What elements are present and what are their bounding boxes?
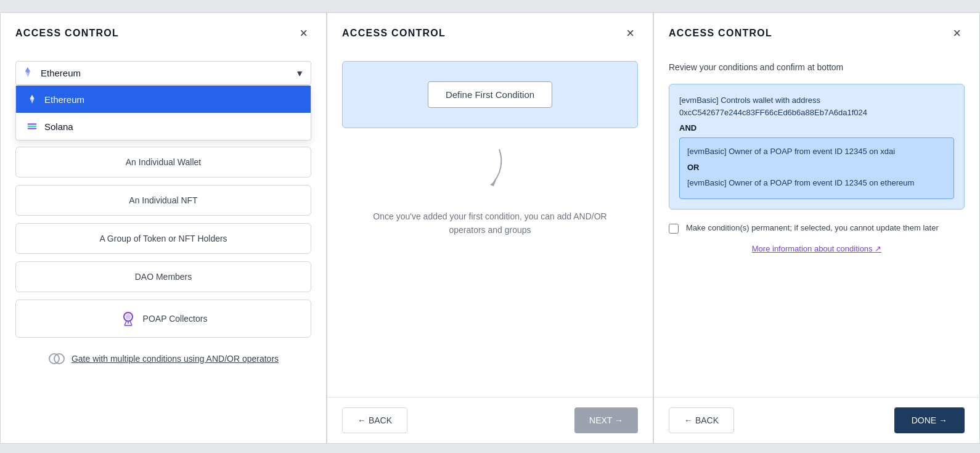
sub-condition-1: [evmBasic] Owner of a POAP from event ID…	[687, 145, 946, 158]
panel-1-header: ACCESS CONTROL ×	[1, 13, 326, 51]
sub-condition-2: [evmBasic] Owner of a POAP from event ID…	[687, 177, 946, 189]
menu-item-group-token-nft[interactable]: A Group of Token or NFT Holders	[15, 223, 311, 254]
define-first-condition-button[interactable]: Define First Condition	[428, 81, 552, 108]
solana-option-label: Solana	[44, 121, 73, 132]
individual-wallet-label: An Individual Wallet	[126, 157, 201, 167]
panel-2-close-button[interactable]: ×	[623, 25, 638, 41]
andor-link[interactable]: Gate with multiple conditions using AND/…	[71, 354, 279, 364]
external-link-icon: ↗	[875, 244, 881, 253]
dao-members-label: DAO Members	[135, 272, 192, 282]
panel-1-title: ACCESS CONTROL	[15, 28, 119, 39]
panel-3-header: ACCESS CONTROL ×	[654, 13, 979, 51]
svg-point-11	[126, 314, 131, 319]
sub-conditions-box: [evmBasic] Owner of a POAP from event ID…	[679, 137, 954, 199]
panel-3-footer: ← BACK DONE →	[654, 397, 979, 443]
blockchain-dropdown-wrapper: Ethereum Solana ▼ Ethereu	[15, 61, 311, 85]
individual-nft-label: An Individual NFT	[129, 195, 197, 205]
hint-text: Once you've added your first condition, …	[342, 210, 638, 237]
more-info-link-container: More information about conditions ↗	[669, 244, 965, 253]
panel-3-title: ACCESS CONTROL	[669, 28, 772, 39]
menu-item-individual-wallet[interactable]: An Individual Wallet	[15, 147, 311, 178]
blockchain-select[interactable]: Ethereum Solana	[15, 61, 311, 85]
dropdown-option-solana[interactable]: Solana	[16, 113, 311, 140]
permanent-condition-row: Make condition(s) permanent; if selected…	[669, 222, 965, 234]
review-subtitle: Review your conditions and confirm at bo…	[669, 61, 965, 74]
blockchain-dropdown-menu: Ethereum Solana	[15, 85, 311, 141]
dropdown-option-ethereum[interactable]: Ethereum	[16, 86, 311, 113]
more-info-link[interactable]: More information about conditions ↗	[752, 244, 881, 253]
poap-icon	[120, 310, 137, 327]
venn-icon	[48, 353, 65, 365]
svg-line-12	[125, 321, 126, 325]
conditions-review-box: [evmBasic] Controls wallet with address …	[669, 84, 965, 210]
panel-1-body: Ethereum Solana ▼ Ethereu	[1, 51, 326, 443]
panel-1-close-button[interactable]: ×	[296, 25, 311, 41]
arrow-hint	[342, 143, 638, 195]
and-operator-label: AND	[679, 123, 954, 133]
menu-item-individual-nft[interactable]: An Individual NFT	[15, 185, 311, 216]
poap-collectors-label: POAP Collectors	[143, 314, 208, 324]
panel-3-done-button[interactable]: DONE →	[894, 407, 965, 433]
panel-2-body: Define First Condition Once you've added…	[327, 51, 653, 397]
panel-2-header: ACCESS CONTROL ×	[327, 13, 653, 51]
panel-3: ACCESS CONTROL × Review your conditions …	[653, 12, 980, 444]
svg-marker-18	[490, 180, 496, 186]
ethereum-option-icon	[26, 93, 38, 105]
solana-option-icon	[26, 120, 38, 133]
define-condition-area: Define First Condition	[342, 61, 638, 128]
condition-type-list: An Individual Wallet An Individual NFT A…	[15, 147, 311, 338]
panel-2: ACCESS CONTROL × Define First Condition …	[327, 12, 653, 444]
permanent-text: Make condition(s) permanent; if selected…	[686, 222, 939, 234]
permanent-checkbox[interactable]	[669, 224, 679, 234]
more-info-link-text: More information about conditions	[752, 244, 873, 253]
ethereum-option-label: Ethereum	[44, 94, 84, 105]
panel-3-back-button[interactable]: ← BACK	[669, 407, 734, 433]
panel-2-back-button[interactable]: ← BACK	[342, 407, 407, 433]
or-operator-label: OR	[687, 163, 946, 172]
menu-item-dao-members[interactable]: DAO Members	[15, 261, 311, 292]
group-token-nft-label: A Group of Token or NFT Holders	[99, 234, 227, 243]
svg-line-13	[130, 321, 132, 325]
andor-link-container: Gate with multiple conditions using AND/…	[15, 353, 311, 365]
menu-item-poap-collectors[interactable]: POAP Collectors	[15, 300, 311, 338]
panel-2-title: ACCESS CONTROL	[342, 28, 446, 39]
panel-2-footer: ← BACK NEXT →	[327, 397, 653, 443]
panel-3-body: Review your conditions and confirm at bo…	[654, 51, 979, 397]
condition-item-1: [evmBasic] Controls wallet with address …	[679, 94, 954, 118]
panel-3-close-button[interactable]: ×	[949, 25, 965, 41]
panel-1: ACCESS CONTROL × Ethereum Solana	[0, 12, 327, 444]
panel-2-next-button[interactable]: NEXT →	[574, 407, 638, 433]
